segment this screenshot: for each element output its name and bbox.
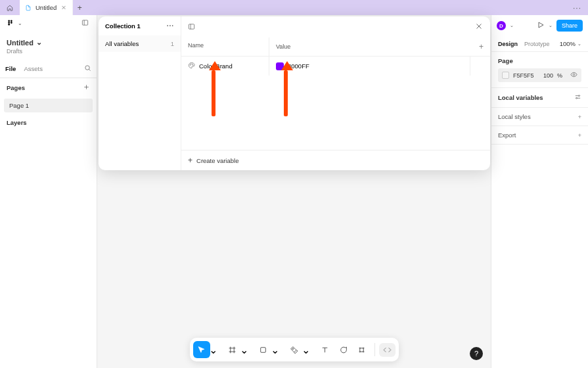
eye-icon [570,71,577,78]
svg-rect-5 [82,20,87,25]
svg-point-4 [8,24,10,26]
annotation-arrow [281,61,290,116]
export-row[interactable]: Export + [491,126,588,145]
svg-point-20 [576,97,577,99]
open-variables-button[interactable] [574,93,581,102]
variables-panel: Collection 1 ··· All variables 1 [99,16,490,170]
page-color-swatch[interactable] [502,72,509,79]
shape-tool[interactable] [255,341,272,358]
pen-icon [290,346,298,354]
canvas[interactable]: Collection 1 ··· All variables 1 [97,15,491,368]
left-panel: ⌄ Untitled ⌄ Drafts File Assets Pages Pa… [0,15,97,368]
left-tab-file[interactable]: File [5,62,16,75]
svg-point-3 [11,22,12,24]
page-color-hex: F5F5F5 [513,72,534,79]
figma-logo-icon [7,19,14,26]
sliders-icon [574,93,581,101]
design-tab[interactable]: Design [498,41,518,47]
sparkle-icon [357,346,366,354]
help-icon: ? [474,350,478,357]
main-menu-button[interactable] [7,19,14,28]
local-styles-label: Local styles [498,113,531,120]
opacity-unit: % [557,72,562,79]
zoom-value: 100% [560,40,576,47]
create-variable-button[interactable]: + Create variable [181,150,490,170]
move-tool[interactable] [193,341,210,358]
document-menu-chevron[interactable]: ⌄ [36,38,42,47]
file-tab[interactable]: Untitled [20,0,73,15]
svg-point-14 [359,347,361,348]
share-button[interactable]: Share [556,20,583,32]
palette-icon [188,62,195,69]
prototype-tab[interactable]: Prototype [524,41,550,47]
new-tab-button[interactable]: + [73,3,86,12]
page-section-title: Page [498,57,581,64]
cursor-icon [197,346,206,354]
close-icon [474,22,484,31]
text-tool[interactable] [317,341,334,358]
left-tab-assets[interactable]: Assets [24,62,43,75]
add-style-button[interactable]: + [577,113,581,120]
comment-icon [339,346,348,354]
variable-group-count: 1 [171,40,174,47]
close-panel-button[interactable] [474,22,484,33]
present-button[interactable] [537,21,545,30]
toggle-visibility-button[interactable] [570,71,577,80]
document-location[interactable]: Drafts [0,48,97,60]
main-menu-chevron[interactable]: ⌄ [18,20,22,26]
svg-point-17 [363,351,364,352]
collection-menu-button[interactable]: ··· [167,22,174,30]
help-button[interactable]: ? [470,347,483,360]
dev-mode-toggle[interactable] [379,343,396,357]
present-menu-chevron[interactable]: ⌄ [549,23,553,28]
create-variable-label: Create variable [196,157,238,164]
tab-title: Untitled [35,4,57,11]
comment-tool[interactable] [335,341,352,358]
variable-group-all[interactable]: All variables 1 [99,35,181,52]
home-icon [7,5,13,11]
page-item[interactable]: Page 1 [4,99,93,112]
home-button[interactable] [0,0,20,15]
annotation-arrow [209,61,218,116]
text-icon [321,346,329,354]
svg-point-2 [8,22,10,24]
plus-icon [83,83,90,91]
svg-rect-12 [261,347,266,352]
pen-tool[interactable] [286,341,303,358]
toggle-left-panel-button[interactable] [81,19,89,28]
app-menu-button[interactable]: ··· [566,3,588,12]
svg-point-0 [8,20,10,22]
rectangle-icon [259,346,267,354]
search-button[interactable] [84,64,91,73]
user-menu-chevron[interactable]: ⌄ [510,23,514,28]
collection-name[interactable]: Collection 1 [105,22,141,30]
frame-icon [228,346,237,354]
add-page-button[interactable] [83,83,90,92]
svg-point-10 [192,64,192,64]
document-title[interactable]: Untitled [7,39,34,47]
tab-close-button[interactable] [60,5,67,11]
svg-point-8 [190,65,191,66]
add-export-button[interactable]: + [577,131,581,139]
svg-point-19 [578,95,579,97]
toggle-sidebar-button[interactable] [188,21,195,33]
close-icon [60,4,67,11]
right-panel: D ⌄ ⌄ Share Design Prototype 100% ⌄ Page… [491,15,588,368]
figma-file-icon [25,5,32,11]
svg-point-1 [11,20,12,22]
svg-point-9 [191,64,191,64]
sidebar-icon [81,19,89,26]
actions-tool[interactable] [353,341,371,358]
page-color-opacity: 100 [543,72,553,79]
frame-tool[interactable] [224,341,241,358]
svg-point-11 [192,65,193,66]
column-header-name: Name [181,37,269,56]
local-styles-row[interactable]: Local styles + [491,108,588,126]
add-mode-button[interactable]: + [479,42,484,51]
svg-rect-7 [189,24,194,29]
page-background-color[interactable]: F5F5F5 100 % [498,68,581,82]
zoom-control[interactable]: 100% ⌄ [560,40,581,47]
svg-point-6 [85,66,89,70]
user-avatar[interactable]: D [497,21,506,30]
variable-row[interactable]: Color Brand 8000FF [181,57,490,76]
